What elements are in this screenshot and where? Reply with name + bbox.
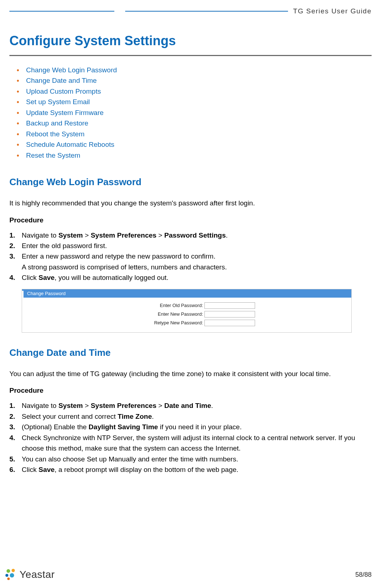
toc-item[interactable]: Reboot the System bbox=[17, 129, 372, 139]
toc-item[interactable]: Upload Custom Prompts bbox=[17, 86, 372, 97]
header-bar: TG Series User Guide bbox=[9, 7, 372, 15]
toc-list: Change Web Login Password Change Date an… bbox=[9, 65, 372, 161]
procedure-step: Click Save, you will be automatically lo… bbox=[9, 272, 372, 283]
page-number: 58/88 bbox=[355, 571, 372, 579]
nav-path-part: System bbox=[58, 231, 83, 239]
procedure-step: You can also choose Set up Manually and … bbox=[9, 454, 372, 464]
page-title: Configure System Settings bbox=[9, 33, 372, 48]
guide-title: TG Series User Guide bbox=[288, 7, 372, 15]
form-row-retype-password: Retype New Password: bbox=[24, 319, 351, 327]
nav-path-part: Date and Time bbox=[164, 402, 211, 409]
section-intro: You can adjust the time of TG gateway (i… bbox=[9, 369, 372, 379]
procedure-list-password: Navigate to System > System Preferences … bbox=[9, 230, 372, 283]
nav-path-part: System Preferences bbox=[91, 402, 157, 409]
new-password-input[interactable] bbox=[204, 311, 255, 318]
step-text: Enter a new password and retype the new … bbox=[22, 251, 372, 261]
header-rule-right bbox=[125, 11, 288, 12]
toc-item[interactable]: Update System Firmware bbox=[17, 107, 372, 118]
dst-word: Daylight Saving Time bbox=[89, 423, 158, 431]
title-rule bbox=[9, 55, 372, 56]
toc-item[interactable]: Change Web Login Password bbox=[17, 65, 372, 75]
procedure-label: Procedure bbox=[9, 216, 372, 224]
nav-path-part: System bbox=[58, 402, 83, 409]
section-heading-change-password: Change Web Login Password bbox=[9, 176, 372, 188]
form-row-new-password: Enter New Password: bbox=[24, 310, 351, 319]
procedure-step: Enter a new password and retype the new … bbox=[9, 251, 372, 272]
old-password-label: Enter Old Password: bbox=[24, 303, 204, 308]
procedure-step: Check Synchronize with NTP Server, the s… bbox=[9, 433, 372, 454]
toc-item[interactable]: Reset the System bbox=[17, 150, 372, 161]
toc-item[interactable]: Backup and Restore bbox=[17, 118, 372, 128]
logo-mark-icon bbox=[5, 568, 17, 581]
brand-logo: Yeastar bbox=[5, 568, 55, 581]
procedure-step: Select your current and correct Time Zon… bbox=[9, 411, 372, 422]
retype-password-input[interactable] bbox=[204, 320, 255, 326]
panel-title: Change Password bbox=[24, 289, 351, 298]
nav-path-part: Password Settings bbox=[164, 231, 226, 239]
retype-password-label: Retype New Password: bbox=[24, 320, 204, 325]
procedure-step: (Optional) Enable the Daylight Saving Ti… bbox=[9, 422, 372, 432]
old-password-input[interactable] bbox=[204, 302, 255, 309]
new-password-label: Enter New Password: bbox=[24, 311, 204, 317]
header-rule-left bbox=[9, 11, 114, 12]
procedure-step: Enter the old password first. bbox=[9, 240, 372, 251]
save-word: Save bbox=[38, 274, 54, 281]
toc-item[interactable]: Set up System Email bbox=[17, 97, 372, 107]
change-password-panel: Change Password Enter Old Password: Ente… bbox=[22, 289, 352, 333]
procedure-list-datetime: Navigate to System > System Preferences … bbox=[9, 400, 372, 475]
procedure-step: Click Save, a reboot prompt will display… bbox=[9, 464, 372, 475]
footer: Yeastar 58/88 bbox=[5, 568, 372, 581]
section-intro: It is highly recommended that you change… bbox=[9, 199, 372, 208]
timezone-word: Time Zone bbox=[118, 413, 152, 420]
nav-path-part: System Preferences bbox=[91, 231, 157, 239]
step-text: Navigate to bbox=[22, 231, 58, 239]
save-word: Save bbox=[38, 466, 54, 473]
toc-item[interactable]: Schedule Automatic Reboots bbox=[17, 139, 372, 150]
toc-item[interactable]: Change Date and Time bbox=[17, 75, 372, 86]
procedure-step: Navigate to System > System Preferences … bbox=[9, 400, 372, 411]
step-text: A strong password is comprised of letter… bbox=[22, 262, 372, 272]
procedure-label: Procedure bbox=[9, 387, 372, 395]
form-row-old-password: Enter Old Password: bbox=[24, 301, 351, 310]
brand-name: Yeastar bbox=[20, 569, 55, 580]
section-heading-date-time: Change Date and Time bbox=[9, 347, 372, 358]
procedure-step: Navigate to System > System Preferences … bbox=[9, 230, 372, 240]
